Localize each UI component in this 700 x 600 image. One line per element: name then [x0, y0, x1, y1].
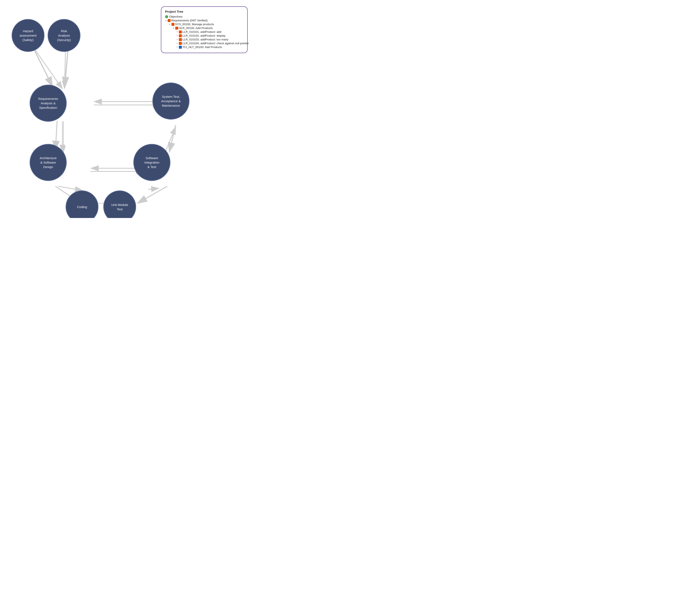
chevron-requirements: ∨ [165, 19, 167, 22]
llr3-icon [179, 38, 182, 41]
llr2-label: LLR_010102, addProduct: display [182, 34, 225, 37]
tree-item-llr3[interactable]: > LLR_010103, addProduct: too many [165, 38, 244, 41]
node-risk-label: Risk Analysis (Security) [57, 29, 71, 42]
node-architecture-label: Architecture & Software Design [40, 156, 56, 169]
node-hazard-label: Hazard assessment (Safety) [20, 29, 36, 42]
chevron-tci: > [177, 46, 178, 48]
chevron-llr2: > [177, 34, 178, 37]
tree-item-objectives[interactable]: Objectives [165, 15, 244, 18]
objectives-icon [165, 15, 168, 18]
svg-line-10 [148, 189, 159, 190]
tree-item-tci[interactable]: > TCI_HLT_00100: Add Products [165, 46, 244, 49]
svg-line-18 [33, 47, 52, 86]
svg-line-5 [58, 186, 82, 191]
node-software-integration[interactable]: Software Integration & Test [133, 144, 170, 181]
node-risk-analysis[interactable]: Risk Analysis (Security) [48, 19, 80, 52]
requirements-label: Requirements (0/87 Verified) [171, 19, 208, 22]
tree-item-sys[interactable]: ∨ SYS_00100, Manage products [165, 23, 244, 26]
tree-item-llr1[interactable]: > LLR_010101, addProduct: add [165, 30, 244, 33]
tree-item-llr2[interactable]: > LLR_010102, addProduct: display [165, 34, 244, 37]
sys-icon [172, 23, 174, 26]
llr4-label: LLR_010104, addProduct: check against nu… [182, 42, 249, 45]
project-tree-title: Project Tree [165, 10, 244, 13]
llr1-icon [179, 30, 182, 33]
node-system-test-label: System Test, Acceptance & Maintenance [161, 94, 181, 108]
hlr-icon [175, 27, 178, 30]
chevron-llr4: > [177, 42, 178, 45]
svg-line-15 [169, 125, 176, 152]
node-system-test[interactable]: System Test, Acceptance & Maintenance [152, 82, 190, 120]
sys-label: SYS_00100, Manage products [175, 23, 214, 26]
node-coding-label: Coding [77, 205, 87, 209]
svg-line-2 [31, 45, 62, 89]
hlr-label: HLR_00100, Add Products [179, 26, 213, 30]
tci-label: TCI_HLT_00100: Add Products [182, 46, 222, 49]
req-icon [168, 19, 171, 22]
diagram-container: Hazard assessment (Safety) Risk Analysis… [0, 0, 254, 218]
chevron-llr3: > [177, 38, 178, 41]
chevron-llr1: > [177, 31, 178, 33]
node-requirements-label: Requirements Analysis & Specification [38, 97, 58, 110]
node-unit-module[interactable]: Unit Module Test [103, 191, 136, 218]
llr4-icon [179, 42, 182, 45]
node-coding[interactable]: Coding [66, 191, 98, 218]
llr1-label: LLR_010101, addProduct: add [182, 30, 221, 33]
project-tree-panel: Project Tree Objectives ∨ Requirements (… [161, 6, 248, 53]
tree-item-hlr[interactable]: ∨ HLR_00100, Add Products [165, 26, 244, 30]
tree-item-requirements[interactable]: ∨ Requirements (0/87 Verified) [165, 19, 244, 22]
node-architecture[interactable]: Architecture & Software Design [30, 144, 67, 181]
chevron-hlr: ∨ [173, 27, 174, 29]
tree-item-llr4[interactable]: > LLR_010104, addProduct: check against … [165, 42, 244, 45]
svg-line-17 [138, 186, 167, 203]
llr2-icon [179, 34, 182, 37]
llr3-label: LLR_010103, addProduct: too many [182, 38, 228, 41]
objectives-label: Objectives [169, 15, 182, 18]
svg-line-19 [65, 47, 68, 86]
tci-icon [179, 46, 182, 49]
node-requirements[interactable]: Requirements Analysis & Specification [30, 85, 67, 122]
svg-line-11 [165, 127, 176, 152]
node-hazard-assessment[interactable]: Hazard assessment (Safety) [11, 19, 45, 52]
node-software-integration-label: Software Integration & Test [144, 156, 159, 169]
node-unit-module-label: Unit Module Test [111, 203, 128, 211]
chevron-sys: ∨ [169, 23, 170, 25]
